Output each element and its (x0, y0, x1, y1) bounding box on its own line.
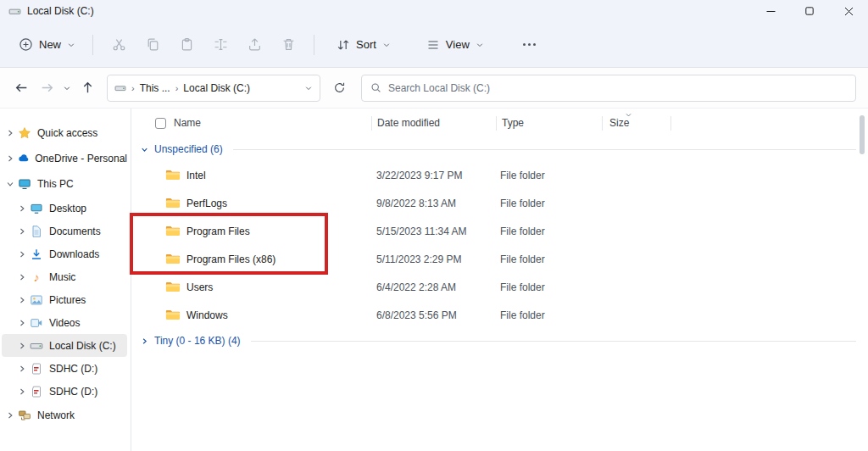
sidebar-item-pictures[interactable]: Pictures (2, 288, 127, 311)
cut-button[interactable] (102, 31, 136, 59)
address-bar[interactable]: › This ... › Local Disk (C:) (107, 75, 320, 102)
sidebar-label: Documents (49, 226, 101, 237)
sidebar-item-onedrive[interactable]: OneDrive - Personal (2, 146, 127, 171)
sidebar-item-documents[interactable]: Documents (2, 220, 127, 242)
chevron-right-icon[interactable] (17, 364, 27, 374)
sidebar-item-sdhc-2[interactable]: SDHC (D:) (2, 380, 127, 403)
sidebar-item-network[interactable]: Network (2, 403, 127, 428)
sidebar-item-this-pc[interactable]: This PC (2, 171, 127, 197)
delete-button[interactable] (271, 31, 305, 59)
chevron-down-icon[interactable] (5, 179, 15, 189)
group-header-tiny[interactable]: Tiny (0 - 16 KB) (4) (131, 329, 868, 353)
chevron-right-icon[interactable] (5, 128, 15, 138)
share-button[interactable] (237, 31, 271, 59)
maximize-button[interactable] (790, 0, 829, 22)
paste-button[interactable] (170, 31, 203, 59)
copy-icon (146, 37, 160, 52)
scrollbar-thumb[interactable] (860, 115, 865, 154)
file-row-perflogs[interactable]: PerfLogs 9/8/2022 8:13 AM File folder (131, 189, 868, 217)
sidebar-label: Pictures (49, 294, 86, 306)
forward-button[interactable] (34, 75, 59, 102)
more-options-button[interactable] (513, 31, 547, 59)
file-date: 3/22/2023 9:17 PM (371, 161, 495, 189)
plus-circle-icon (19, 37, 33, 52)
back-button[interactable] (8, 75, 34, 102)
file-size (600, 273, 668, 301)
column-header-name[interactable]: Name (174, 117, 201, 129)
chevron-right-icon[interactable] (17, 387, 27, 397)
chevron-down-icon (63, 84, 71, 92)
file-row-windows[interactable]: Windows 6/8/2023 5:56 PM File folder (131, 301, 868, 329)
computer-icon (18, 177, 31, 191)
size-filter-chevron-icon[interactable] (625, 111, 632, 119)
view-icon (426, 38, 440, 52)
sidebar-item-music[interactable]: ♪ Music (2, 265, 127, 288)
chevron-down-icon[interactable] (140, 145, 149, 154)
file-list-pane: Name Date modified Type Size Unspecified… (131, 109, 868, 451)
chevron-right-icon[interactable] (5, 153, 15, 164)
group-label: Tiny (0 - 16 KB) (4) (154, 335, 241, 347)
sidebar-item-downloads[interactable]: Downloads (2, 242, 127, 265)
file-name: Windows (186, 309, 228, 321)
chevron-right-icon[interactable] (17, 341, 27, 351)
chevron-right-icon[interactable] (17, 272, 27, 282)
sidebar-item-quick-access[interactable]: Quick access (2, 120, 127, 146)
breadcrumb-current[interactable]: Local Disk (C:) (183, 82, 250, 94)
sort-label: Sort (356, 38, 376, 51)
sidebar-label: Quick access (37, 127, 97, 139)
navigation-bar: › This ... › Local Disk (C:) (0, 68, 868, 109)
column-header-type[interactable]: Type (497, 109, 602, 137)
sort-icon (337, 38, 350, 52)
chevron-right-icon[interactable] (17, 203, 27, 214)
drive-icon (30, 339, 43, 353)
folder-icon (165, 281, 181, 293)
titlebar: Local Disk (C:) (0, 0, 868, 22)
file-row-program-files-x86[interactable]: Program Files (x86) 5/11/2023 2:29 PM Fi… (131, 245, 868, 273)
folder-icon (165, 197, 181, 209)
trash-icon (281, 37, 296, 52)
chevron-right-icon[interactable] (17, 226, 27, 237)
copy-button[interactable] (136, 31, 170, 59)
address-dropdown-button[interactable] (304, 84, 313, 92)
up-button[interactable] (75, 75, 100, 102)
more-icon (523, 43, 536, 46)
file-date: 6/4/2022 2:28 AM (371, 273, 495, 301)
sidebar-item-desktop[interactable]: Desktop (2, 197, 127, 220)
file-date: 6/8/2023 5:56 PM (371, 301, 495, 329)
close-button[interactable] (829, 0, 868, 22)
new-button[interactable]: New (10, 31, 84, 58)
minimize-button[interactable] (751, 0, 790, 22)
search-input[interactable] (388, 82, 847, 94)
chevron-right-icon[interactable] (17, 249, 27, 259)
column-header-size[interactable]: Size (603, 109, 670, 137)
breadcrumb-separator-icon: › (131, 83, 135, 93)
chevron-right-icon[interactable] (17, 318, 27, 328)
search-box[interactable] (361, 75, 856, 102)
file-row-program-files[interactable]: Program Files 5/15/2023 11:34 AM File fo… (131, 217, 868, 245)
file-row-intel[interactable]: Intel 3/22/2023 9:17 PM File folder (131, 161, 868, 189)
sidebar-label: SDHC (D:) (49, 363, 97, 375)
group-header-unspecified[interactable]: Unspecified (6) (131, 137, 868, 161)
chevron-right-icon[interactable] (140, 337, 149, 346)
file-name: Program Files (186, 226, 250, 237)
refresh-button[interactable] (326, 75, 353, 102)
file-row-users[interactable]: Users 6/4/2022 2:28 AM File folder (131, 273, 868, 301)
sidebar-item-sdhc-1[interactable]: SDHC (D:) (2, 357, 127, 380)
sidebar-item-videos[interactable]: Videos (2, 311, 127, 334)
rename-icon (214, 37, 228, 52)
select-all-checkbox[interactable] (155, 118, 166, 129)
folder-icon (165, 225, 181, 237)
sort-button[interactable]: Sort (328, 32, 399, 58)
sidebar-item-local-disk-c[interactable]: Local Disk (C:) (2, 334, 127, 357)
view-button[interactable]: View (418, 32, 492, 58)
chevron-right-icon[interactable] (17, 295, 27, 305)
folder-icon (165, 309, 181, 321)
scissors-icon (112, 37, 126, 52)
column-divider[interactable] (670, 116, 671, 131)
breadcrumb-root[interactable]: This ... (140, 82, 170, 94)
desktop-icon (30, 202, 43, 215)
column-header-date-modified[interactable]: Date modified (372, 109, 496, 137)
recent-locations-button[interactable] (59, 75, 75, 102)
rename-button[interactable] (203, 31, 237, 59)
chevron-right-icon[interactable] (5, 410, 15, 420)
